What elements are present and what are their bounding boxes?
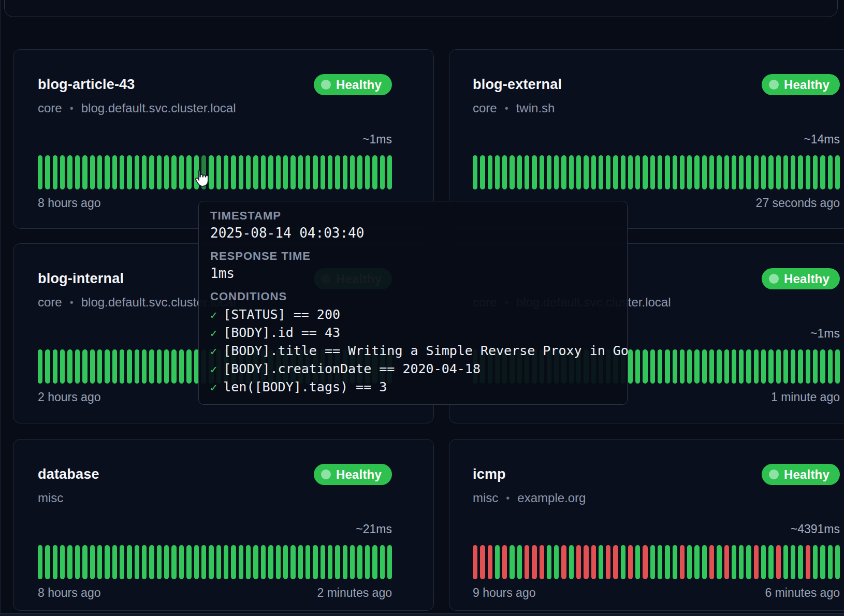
- status-bar-success[interactable]: [127, 349, 132, 384]
- status-bar-success[interactable]: [717, 545, 721, 579]
- status-bar-success[interactable]: [105, 349, 109, 384]
- status-bar-success[interactable]: [754, 155, 759, 189]
- status-bar-success[interactable]: [365, 155, 370, 189]
- status-bar-success[interactable]: [517, 155, 522, 189]
- status-bar-success[interactable]: [82, 545, 87, 579]
- status-bar-success[interactable]: [313, 155, 317, 189]
- status-bar-success[interactable]: [628, 155, 633, 189]
- status-bar-success[interactable]: [268, 545, 273, 579]
- status-bar-success[interactable]: [694, 155, 699, 189]
- status-bar-success[interactable]: [261, 545, 266, 579]
- status-bar-failure[interactable]: [525, 545, 529, 579]
- status-bar-success[interactable]: [67, 349, 72, 384]
- status-bar-success[interactable]: [283, 545, 288, 579]
- status-bar-success[interactable]: [97, 155, 102, 189]
- status-bar-success[interactable]: [495, 155, 500, 189]
- status-bar-success[interactable]: [38, 155, 42, 189]
- status-bar-success[interactable]: [768, 545, 773, 579]
- status-bar-success[interactable]: [532, 155, 536, 189]
- status-bar-success[interactable]: [650, 545, 655, 579]
- status-bar-failure[interactable]: [806, 545, 810, 579]
- status-bar-success[interactable]: [261, 155, 266, 189]
- status-bar-failure[interactable]: [576, 545, 581, 579]
- status-bar-success[interactable]: [105, 545, 109, 579]
- status-bar-success[interactable]: [194, 545, 199, 579]
- status-bar-success[interactable]: [90, 349, 95, 384]
- status-bar-success[interactable]: [246, 545, 251, 579]
- status-bar-success[interactable]: [613, 155, 618, 189]
- status-bar-success[interactable]: [694, 545, 699, 579]
- status-bar-success[interactable]: [665, 349, 670, 384]
- status-bar-failure[interactable]: [724, 545, 729, 579]
- status-bar-success[interactable]: [502, 155, 507, 189]
- status-bar-success[interactable]: [761, 155, 766, 189]
- status-bar-failure[interactable]: [754, 545, 759, 579]
- status-bar-success[interactable]: [60, 155, 65, 189]
- status-bar-success[interactable]: [599, 545, 603, 579]
- status-bar-success[interactable]: [709, 155, 714, 189]
- status-bar-success[interactable]: [628, 349, 633, 384]
- status-bar-success[interactable]: [768, 155, 773, 189]
- status-bar-success[interactable]: [120, 349, 124, 384]
- status-bar-success[interactable]: [525, 155, 529, 189]
- status-bar-success[interactable]: [820, 155, 825, 189]
- status-bar-success[interactable]: [186, 545, 191, 579]
- status-bar-success[interactable]: [239, 545, 243, 579]
- status-bar-success[interactable]: [584, 155, 588, 189]
- status-bar-success[interactable]: [231, 545, 236, 579]
- status-bar-success[interactable]: [776, 155, 781, 189]
- status-bar-success[interactable]: [365, 545, 370, 579]
- status-bar-success[interactable]: [717, 155, 721, 189]
- status-bar-failure[interactable]: [532, 545, 536, 579]
- status-bar-success[interactable]: [717, 349, 721, 384]
- status-bar-success[interactable]: [127, 545, 132, 579]
- status-bar-success[interactable]: [157, 545, 162, 579]
- status-bar-success[interactable]: [380, 155, 385, 189]
- status-bar-success[interactable]: [67, 545, 72, 579]
- status-bar-success[interactable]: [239, 155, 243, 189]
- status-bar-success[interactable]: [709, 349, 714, 384]
- status-bar-success[interactable]: [38, 545, 42, 579]
- status-bar-success[interactable]: [635, 349, 640, 384]
- status-bar-success[interactable]: [791, 545, 795, 579]
- status-bar-success[interactable]: [343, 545, 347, 579]
- status-bar-success[interactable]: [186, 155, 191, 189]
- status-bar-success[interactable]: [179, 155, 184, 189]
- status-bar-success[interactable]: [224, 545, 228, 579]
- status-bar-success[interactable]: [828, 349, 833, 384]
- status-bar-success[interactable]: [761, 545, 766, 579]
- status-bar-success[interactable]: [372, 155, 377, 189]
- status-bar-success[interactable]: [60, 545, 65, 579]
- status-bar-success[interactable]: [643, 155, 647, 189]
- status-bar-success[interactable]: [569, 155, 574, 189]
- status-bar-success[interactable]: [635, 155, 640, 189]
- status-bar-failure[interactable]: [776, 545, 781, 579]
- status-bar-success[interactable]: [357, 545, 362, 579]
- status-bar-success[interactable]: [776, 349, 781, 384]
- status-bar-success[interactable]: [806, 349, 810, 384]
- status-bar-success[interactable]: [253, 545, 258, 579]
- status-bar-success[interactable]: [120, 155, 124, 189]
- status-bar-success[interactable]: [540, 155, 544, 189]
- status-bar-success[interactable]: [372, 545, 377, 579]
- status-bar-success[interactable]: [45, 155, 50, 189]
- status-bar-success[interactable]: [813, 155, 818, 189]
- status-bar-success[interactable]: [135, 545, 139, 579]
- status-bar-success[interactable]: [305, 155, 310, 189]
- status-bar-failure[interactable]: [473, 545, 477, 579]
- status-bar-success[interactable]: [554, 545, 559, 579]
- status-bar-success[interactable]: [305, 545, 310, 579]
- status-bar-success[interactable]: [224, 155, 228, 189]
- endpoint-card-icmp[interactable]: icmp misc • example.org Healthy ~4391ms …: [449, 439, 844, 611]
- status-bar-success[interactable]: [746, 349, 751, 384]
- status-bar-success[interactable]: [209, 155, 213, 189]
- status-bar-success[interactable]: [561, 155, 566, 189]
- status-bar-success[interactable]: [164, 349, 169, 384]
- status-bar-success[interactable]: [828, 155, 833, 189]
- status-bar-success[interactable]: [798, 545, 803, 579]
- status-bar-failure[interactable]: [643, 545, 647, 579]
- status-bar-success[interactable]: [739, 349, 744, 384]
- status-bar-success[interactable]: [510, 155, 514, 189]
- status-bar-success[interactable]: [157, 349, 162, 384]
- status-bar-success[interactable]: [517, 545, 522, 579]
